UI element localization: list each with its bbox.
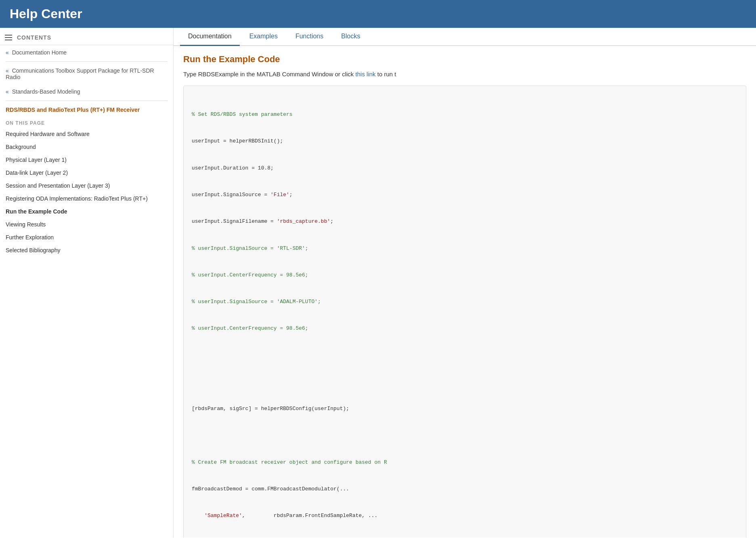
sidebar-item-run-example[interactable]: Run the Example Code [0, 205, 173, 218]
this-link[interactable]: this link [356, 71, 376, 77]
main-panel: Documentation Examples Functions Blocks … [174, 28, 756, 538]
main-content: Run the Example Code Type RBDSExample in… [174, 46, 756, 538]
sidebar-item-session-layer[interactable]: Session and Presentation Layer (Layer 3) [0, 179, 173, 192]
tab-documentation[interactable]: Documentation [180, 28, 240, 46]
section-heading: Run the Example Code [183, 54, 746, 65]
intro-text-before: Type RBDSExample in the MATLAB Command W… [183, 71, 356, 77]
code-line-4: userInput.SignalSource = 'File'; [192, 190, 738, 199]
code-line-6: % userInput.SignalSource = 'RTL-SDR'; [192, 244, 738, 253]
sidebar-item-standards[interactable]: « Standards-Based Modeling [0, 84, 173, 99]
tabs-bar: Documentation Examples Functions Blocks [174, 28, 756, 46]
sidebar-item-registering-oda[interactable]: Registering ODA Implementations: RadioTe… [0, 192, 173, 205]
code-line-7: % userInput.CenterFrequency = 98.5e6; [192, 271, 738, 280]
on-this-page-label: ON THIS PAGE [0, 117, 173, 128]
sidebar-item-further-exploration[interactable]: Further Exploration [0, 231, 173, 244]
code-line-3: userInput.Duration = 10.8; [192, 164, 738, 173]
sidebar-item-comm-toolbox[interactable]: « Communications Toolbox Support Package… [0, 63, 173, 84]
chevron-icon: « [6, 49, 9, 56]
sidebar-item-selected-bibliography[interactable]: Selected Bibliography [0, 244, 173, 257]
contents-label: CONTENTS [17, 34, 51, 41]
code-line-12: fmBroadcastDemod = comm.FMBroadcastDemod… [192, 485, 738, 494]
code-line-empty-1 [192, 351, 738, 360]
code-line-11: % Create FM broadcast receiver object an… [192, 458, 738, 467]
sidebar-divider-1 [6, 61, 168, 62]
sidebar-item-doc-home[interactable]: « Documentation Home [0, 45, 173, 60]
chevron-icon-2: « [6, 67, 9, 74]
code-block: % Set RDS/RBDS system parameters userInp… [183, 86, 746, 538]
layout: CONTENTS « Documentation Home « Communic… [0, 28, 756, 538]
sidebar-divider-2 [6, 100, 168, 101]
tab-examples[interactable]: Examples [241, 28, 286, 46]
header: Help Center [0, 0, 756, 28]
code-line-8: % userInput.SignalSource = 'ADALM-PLUTO'… [192, 297, 738, 306]
sidebar-item-required-hw[interactable]: Required Hardware and Software [0, 128, 173, 140]
chevron-icon-3: « [6, 88, 9, 95]
tab-blocks[interactable]: Blocks [333, 28, 368, 46]
code-line-1: % Set RDS/RBDS system parameters [192, 110, 738, 119]
sidebar-item-physical-layer[interactable]: Physical Layer (Layer 1) [0, 153, 173, 166]
intro-paragraph: Type RBDSExample in the MATLAB Command W… [183, 69, 746, 79]
hamburger-icon[interactable] [5, 35, 12, 40]
app-title: Help Center [10, 6, 82, 21]
sidebar-item-background[interactable]: Background [0, 140, 173, 153]
sidebar-current-title: RDS/RBDS and RadioText Plus (RT+) FM Rec… [0, 103, 173, 117]
sidebar-nav: « Documentation Home « Communications To… [0, 45, 173, 257]
sidebar-item-data-link[interactable]: Data-link Layer (Layer 2) [0, 166, 173, 179]
code-line-5: userInput.SignalFilename = 'rbds_capture… [192, 217, 738, 226]
sidebar-item-viewing-results[interactable]: Viewing Results [0, 218, 173, 231]
sidebar-header: CONTENTS [0, 28, 173, 45]
code-line-10: [rbdsParam, sigSrc] = helperRBDSConfig(u… [192, 404, 738, 413]
code-line-empty-3 [192, 431, 738, 440]
intro-text-after: to run t [376, 71, 396, 77]
code-line-2: userInput = helperRBDSInit(); [192, 137, 738, 146]
sidebar: CONTENTS « Documentation Home « Communic… [0, 28, 174, 538]
code-line-9: % userInput.CenterFrequency = 98.5e6; [192, 324, 738, 333]
code-line-13: 'SampleRate', rbdsParam.FrontEndSampleRa… [192, 511, 738, 520]
tab-functions[interactable]: Functions [287, 28, 331, 46]
code-line-empty-2 [192, 378, 738, 387]
